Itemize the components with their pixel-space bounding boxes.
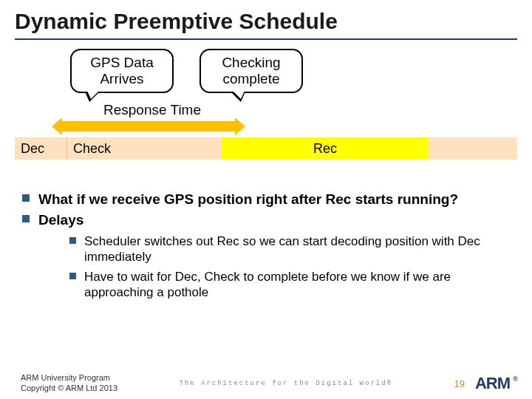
registered-icon: ® [513,375,517,383]
bullet-list: What if we receive GPS position right af… [22,191,510,301]
sub-bullet-list: Scheduler switches out Rec so we can sta… [69,233,510,301]
timeline-seg-dec: Dec [15,137,66,160]
response-time-arrow-icon [62,121,235,132]
speech-tail-icon [85,92,100,102]
footer-text: ARM University Program Copyright © ARM L… [21,373,117,394]
page-title: Dynamic Preemptive Schedule [0,0,532,38]
schedule-diagram: GPS Data Arrives Checking complete Respo… [15,49,517,174]
page-number: 19 [454,378,464,389]
bullet-delays: Delays Scheduler switches out Rec so we … [22,211,510,301]
timeline-seg-check: Check [66,137,222,160]
footer-line1: ARM University Program [21,373,117,383]
arm-logo: ARM® [475,374,517,393]
sub-bullet-wait: Have to wait for Dec, Check to complete … [69,269,510,301]
title-rule [15,38,517,40]
response-time-label: Response Time [103,102,201,118]
footer-tagline: The Architecture for the Digital World® [117,380,454,387]
footer: ARM University Program Copyright © ARM L… [0,364,532,399]
arm-logo-text: ARM [475,374,510,392]
footer-line2: Copyright © ARM Ltd 2013 [21,383,117,394]
timeline-bar: Dec Check Rec [15,137,517,160]
speech-check: Checking complete [200,49,303,93]
speech-check-text: Checking complete [222,55,280,86]
timeline-seg-rec: Rec [222,137,429,160]
bullet-delays-label: Delays [38,212,83,228]
speech-tail-icon [231,92,245,102]
speech-gps-text: GPS Data Arrives [90,55,154,86]
timeline-seg-tail [429,137,517,160]
sub-bullet-scheduler: Scheduler switches out Rec so we can sta… [69,233,510,265]
speech-gps: GPS Data Arrives [70,49,174,93]
bullet-whatif: What if we receive GPS position right af… [22,191,510,208]
